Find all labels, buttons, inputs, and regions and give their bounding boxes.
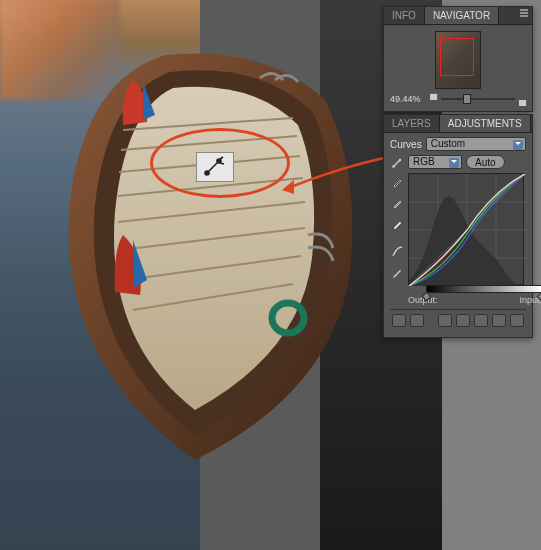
tab-adjustments[interactable]: ADJUSTMENTS: [440, 115, 531, 132]
boat: [15, 40, 375, 470]
zoom-slider[interactable]: [441, 93, 515, 105]
auto-button[interactable]: Auto: [466, 155, 505, 169]
clip-icon[interactable]: [438, 314, 452, 327]
eyedropper-black-icon[interactable]: [390, 175, 404, 189]
svg-point-12: [392, 165, 395, 168]
zoom-percent: 49.44%: [390, 94, 426, 104]
trash-icon[interactable]: [510, 314, 524, 327]
navigator-view-rect[interactable]: [440, 38, 474, 76]
targeted-adjustment-tool-icon[interactable]: [390, 155, 404, 169]
input-gradient[interactable]: [426, 285, 541, 293]
panel-menu-icon[interactable]: [519, 8, 531, 18]
targeted-adjustment-inset: [196, 152, 234, 182]
navigator-panel: INFO NAVIGATOR 49.44% ▀ ▄: [383, 6, 533, 112]
svg-point-10: [205, 171, 209, 175]
tab-navigator[interactable]: NAVIGATOR: [425, 7, 499, 24]
eyedropper-white-icon[interactable]: [390, 217, 404, 231]
edit-points-icon[interactable]: [390, 244, 404, 258]
navigator-thumbnail[interactable]: [435, 31, 481, 89]
adjustment-type-label: Curves: [390, 139, 422, 150]
previous-icon[interactable]: [474, 314, 488, 327]
reset-icon[interactable]: [492, 314, 506, 327]
pencil-icon[interactable]: [390, 265, 404, 279]
adjustments-panel: LAYERS ADJUSTMENTS Curves Custom RGB Aut…: [383, 114, 533, 338]
expand-icon[interactable]: [410, 314, 424, 327]
preset-select[interactable]: Custom: [426, 137, 526, 151]
tab-layers[interactable]: LAYERS: [384, 115, 440, 132]
tab-info[interactable]: INFO: [384, 7, 425, 24]
return-icon[interactable]: [392, 314, 406, 327]
zoom-out-icon[interactable]: ▀: [430, 94, 437, 105]
zoom-in-icon[interactable]: ▄: [519, 94, 526, 105]
svg-point-11: [398, 158, 401, 161]
curves-graph[interactable]: [408, 173, 524, 285]
visibility-icon[interactable]: [456, 314, 470, 327]
eyedropper-gray-icon[interactable]: [390, 196, 404, 210]
image-canvas[interactable]: [0, 0, 442, 550]
channel-select[interactable]: RGB: [408, 155, 462, 169]
